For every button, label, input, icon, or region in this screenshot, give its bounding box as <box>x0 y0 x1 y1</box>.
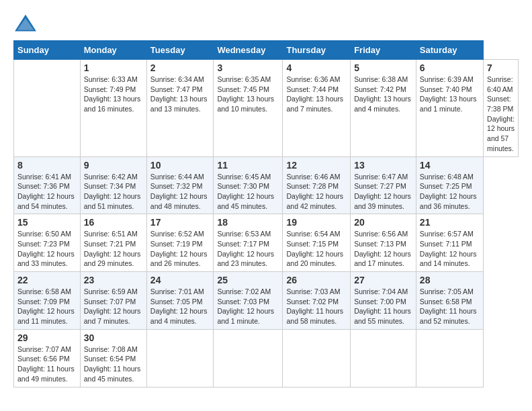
day-number: 9 <box>84 160 143 171</box>
day-number: 25 <box>217 275 279 285</box>
day-number: 16 <box>84 217 143 228</box>
day-cell-3: 3 Sunrise: 6:35 AMSunset: 7:45 PMDayligh… <box>214 60 283 157</box>
week-row-4: 22 Sunrise: 6:58 AMSunset: 7:09 PMDaylig… <box>14 272 519 330</box>
day-number: 19 <box>286 217 347 228</box>
day-info: Sunrise: 6:47 AMSunset: 7:27 PMDaylight:… <box>354 172 412 212</box>
weekday-header-sunday: Sunday <box>14 41 81 60</box>
weekday-header-monday: Monday <box>80 41 146 60</box>
day-cell-24: 24 Sunrise: 7:01 AMSunset: 7:05 PMDaylig… <box>146 272 214 330</box>
day-number: 23 <box>84 275 143 285</box>
day-info: Sunrise: 7:07 AMSunset: 6:56 PMDaylight:… <box>17 345 77 384</box>
day-cell-9: 9 Sunrise: 6:42 AMSunset: 7:34 PMDayligh… <box>80 156 146 214</box>
day-cell-26: 26 Sunrise: 7:03 AMSunset: 7:02 PMDaylig… <box>283 272 351 330</box>
day-cell-17: 17 Sunrise: 6:52 AMSunset: 7:19 PMDaylig… <box>146 214 214 272</box>
day-cell-6: 6 Sunrise: 6:39 AMSunset: 7:40 PMDayligh… <box>416 60 483 157</box>
day-info: Sunrise: 6:51 AMSunset: 7:21 PMDaylight:… <box>84 229 143 269</box>
day-number: 13 <box>354 160 412 171</box>
day-info: Sunrise: 6:58 AMSunset: 7:09 PMDaylight:… <box>17 287 77 326</box>
calendar-table: SundayMondayTuesdayWednesdayThursdayFrid… <box>13 40 519 387</box>
day-number: 5 <box>354 62 412 73</box>
day-info: Sunrise: 6:50 AMSunset: 7:23 PMDaylight:… <box>17 229 77 269</box>
day-info: Sunrise: 6:34 AMSunset: 7:47 PMDaylight:… <box>150 75 210 114</box>
day-info: Sunrise: 6:52 AMSunset: 7:19 PMDaylight:… <box>150 229 210 269</box>
day-cell-10: 10 Sunrise: 6:44 AMSunset: 7:32 PMDaylig… <box>146 156 214 214</box>
day-number: 24 <box>150 275 210 285</box>
page-header <box>13 13 519 34</box>
empty-cell <box>214 329 283 387</box>
day-number: 22 <box>17 275 77 285</box>
day-number: 11 <box>217 160 279 171</box>
day-info: Sunrise: 7:01 AMSunset: 7:05 PMDaylight:… <box>150 287 210 326</box>
day-cell-5: 5 Sunrise: 6:38 AMSunset: 7:42 PMDayligh… <box>351 60 416 157</box>
day-cell-16: 16 Sunrise: 6:51 AMSunset: 7:21 PMDaylig… <box>80 214 146 272</box>
day-cell-19: 19 Sunrise: 6:54 AMSunset: 7:15 PMDaylig… <box>283 214 351 272</box>
weekday-header-saturday: Saturday <box>416 41 483 60</box>
week-row-2: 8 Sunrise: 6:41 AMSunset: 7:36 PMDayligh… <box>14 156 519 214</box>
day-info: Sunrise: 6:38 AMSunset: 7:42 PMDaylight:… <box>354 75 412 114</box>
day-cell-29: 29 Sunrise: 7:07 AMSunset: 6:56 PMDaylig… <box>14 329 81 387</box>
empty-cell <box>351 329 416 387</box>
day-cell-25: 25 Sunrise: 7:02 AMSunset: 7:03 PMDaylig… <box>214 272 283 330</box>
day-cell-4: 4 Sunrise: 6:36 AMSunset: 7:44 PMDayligh… <box>283 60 351 157</box>
day-number: 21 <box>420 217 480 228</box>
day-info: Sunrise: 6:41 AMSunset: 7:36 PMDaylight:… <box>17 172 77 212</box>
day-number: 2 <box>150 62 210 73</box>
day-number: 27 <box>354 275 412 285</box>
day-info: Sunrise: 6:57 AMSunset: 7:11 PMDaylight:… <box>420 229 480 269</box>
day-info: Sunrise: 7:02 AMSunset: 7:03 PMDaylight:… <box>217 287 279 326</box>
day-info: Sunrise: 7:08 AMSunset: 6:54 PMDaylight:… <box>84 345 143 384</box>
day-number: 8 <box>17 160 77 171</box>
day-info: Sunrise: 6:46 AMSunset: 7:28 PMDaylight:… <box>286 172 347 212</box>
day-info: Sunrise: 6:56 AMSunset: 7:13 PMDaylight:… <box>354 229 412 269</box>
day-number: 29 <box>17 332 77 343</box>
day-info: Sunrise: 6:59 AMSunset: 7:07 PMDaylight:… <box>84 287 143 326</box>
day-info: Sunrise: 6:48 AMSunset: 7:25 PMDaylight:… <box>420 172 480 212</box>
day-info: Sunrise: 7:03 AMSunset: 7:02 PMDaylight:… <box>286 287 347 326</box>
empty-cell <box>146 329 214 387</box>
weekday-header-tuesday: Tuesday <box>146 41 214 60</box>
day-number: 4 <box>286 62 347 73</box>
weekday-header-wednesday: Wednesday <box>214 41 283 60</box>
day-cell-15: 15 Sunrise: 6:50 AMSunset: 7:23 PMDaylig… <box>14 214 81 272</box>
day-number: 3 <box>217 62 279 73</box>
day-cell-1: 1 Sunrise: 6:33 AMSunset: 7:49 PMDayligh… <box>80 60 146 157</box>
day-info: Sunrise: 6:45 AMSunset: 7:30 PMDaylight:… <box>217 172 279 212</box>
empty-cell <box>283 329 351 387</box>
day-number: 14 <box>420 160 480 171</box>
day-number: 12 <box>286 160 347 171</box>
day-number: 1 <box>84 62 143 73</box>
day-cell-23: 23 Sunrise: 6:59 AMSunset: 7:07 PMDaylig… <box>80 272 146 330</box>
day-cell-13: 13 Sunrise: 6:47 AMSunset: 7:27 PMDaylig… <box>351 156 416 214</box>
day-info: Sunrise: 6:36 AMSunset: 7:44 PMDaylight:… <box>286 75 347 114</box>
day-info: Sunrise: 6:54 AMSunset: 7:15 PMDaylight:… <box>286 229 347 269</box>
day-number: 18 <box>217 217 279 228</box>
day-cell-21: 21 Sunrise: 6:57 AMSunset: 7:11 PMDaylig… <box>416 214 483 272</box>
day-cell-8: 8 Sunrise: 6:41 AMSunset: 7:36 PMDayligh… <box>14 156 81 214</box>
day-cell-28: 28 Sunrise: 7:05 AMSunset: 6:58 PMDaylig… <box>416 272 483 330</box>
weekday-header-thursday: Thursday <box>283 41 351 60</box>
day-number: 15 <box>17 217 77 228</box>
day-number: 10 <box>150 160 210 171</box>
logo-icon <box>13 13 38 34</box>
day-number: 28 <box>420 275 480 285</box>
day-number: 6 <box>420 62 480 73</box>
weekday-header-friday: Friday <box>351 41 416 60</box>
day-info: Sunrise: 6:39 AMSunset: 7:40 PMDaylight:… <box>420 75 480 114</box>
day-number: 17 <box>150 217 210 228</box>
day-info: Sunrise: 6:42 AMSunset: 7:34 PMDaylight:… <box>84 172 143 212</box>
day-cell-11: 11 Sunrise: 6:45 AMSunset: 7:30 PMDaylig… <box>214 156 283 214</box>
day-info: Sunrise: 6:35 AMSunset: 7:45 PMDaylight:… <box>217 75 279 114</box>
logo <box>13 13 40 34</box>
day-number: 7 <box>487 62 515 73</box>
day-cell-2: 2 Sunrise: 6:34 AMSunset: 7:47 PMDayligh… <box>146 60 214 157</box>
day-info: Sunrise: 7:04 AMSunset: 7:00 PMDaylight:… <box>354 287 412 326</box>
day-info: Sunrise: 7:05 AMSunset: 6:58 PMDaylight:… <box>420 287 480 326</box>
week-row-3: 15 Sunrise: 6:50 AMSunset: 7:23 PMDaylig… <box>14 214 519 272</box>
empty-cell <box>416 329 483 387</box>
day-number: 30 <box>84 332 143 343</box>
day-info: Sunrise: 6:33 AMSunset: 7:49 PMDaylight:… <box>84 75 143 114</box>
day-cell-7: 7 Sunrise: 6:40 AMSunset: 7:38 PMDayligh… <box>484 60 519 157</box>
day-info: Sunrise: 6:53 AMSunset: 7:17 PMDaylight:… <box>217 229 279 269</box>
day-cell-22: 22 Sunrise: 6:58 AMSunset: 7:09 PMDaylig… <box>14 272 81 330</box>
day-info: Sunrise: 6:40 AMSunset: 7:38 PMDaylight:… <box>487 75 515 154</box>
